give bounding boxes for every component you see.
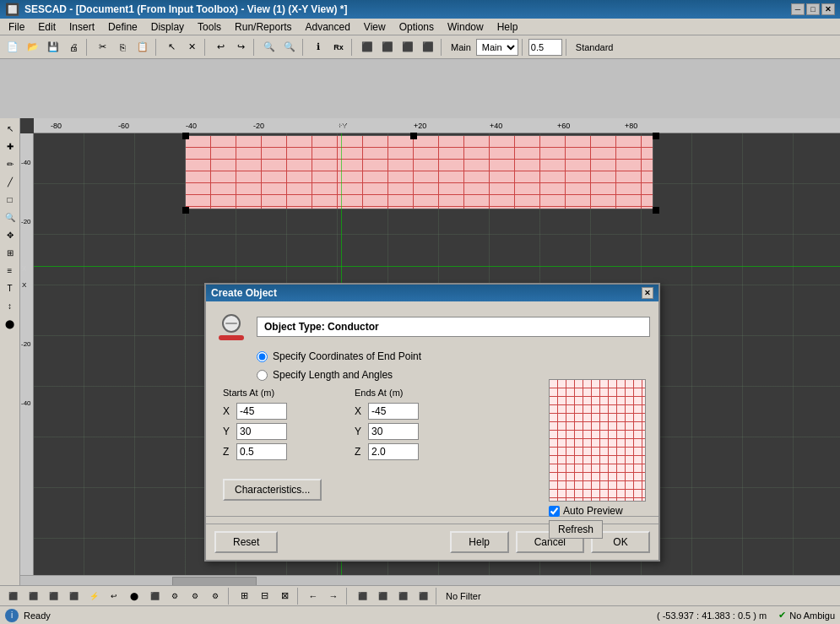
left-tb-line[interactable]: ╱ [2,173,19,190]
tb-icon2[interactable]: ⬛ [378,38,397,57]
bt-icon1[interactable]: ⬛ [353,587,371,605]
radio-coordinates[interactable] [257,351,268,362]
tb-icon3[interactable]: ⬛ [398,38,417,57]
bt-grid1[interactable]: ⊞ [235,587,253,605]
tb-new[interactable]: 📄 [3,38,22,57]
tb-icon4[interactable]: ⬛ [419,38,437,57]
menu-window[interactable]: Window [442,20,489,34]
menu-define[interactable]: Define [103,20,143,34]
tb-zoom-in[interactable]: 🔍 [260,38,279,57]
left-tb-pencil[interactable]: ✏ [2,155,19,172]
handle-br[interactable] [653,207,659,214]
menu-edit[interactable]: Edit [33,20,61,34]
left-tb-node[interactable]: ⬤ [2,315,19,332]
tb-rx[interactable]: Rx [329,38,348,57]
x-end-input[interactable] [368,403,419,420]
left-tb-zoom[interactable]: 🔍 [2,209,19,225]
ends-at-title: Ends At (m) [355,388,419,398]
left-tb-layers[interactable]: ≡ [2,262,19,279]
z-end-input[interactable] [368,443,419,460]
value-input[interactable] [528,39,562,56]
tb-redo[interactable]: ↪ [231,38,250,57]
tb-undo[interactable]: ↩ [211,38,230,57]
maximize-button[interactable]: □ [806,3,820,15]
bt-sep1 [228,588,231,605]
menu-display[interactable]: Display [146,20,189,34]
left-tb-grid[interactable]: ⊞ [2,244,19,261]
x-start-input[interactable] [236,403,287,420]
menu-insert[interactable]: Insert [64,20,100,34]
handle-tl[interactable] [182,133,189,139]
y-end-input[interactable] [368,423,419,440]
tb-icon1[interactable]: ⬛ [358,38,377,57]
radio-length-label: Specify Length and Angles [273,369,393,381]
left-tb-cross[interactable]: ✚ [2,138,19,155]
tb-print[interactable]: 🖨 [64,38,83,57]
help-button[interactable]: Help [450,531,509,553]
tb-delete[interactable]: ✕ [182,38,201,57]
left-tb-pan[interactable]: ✥ [2,226,19,243]
tb-copy[interactable]: ⎘ [113,38,132,57]
menu-file[interactable]: File [3,20,30,34]
handle-tr[interactable] [653,133,659,139]
left-tb-dim[interactable]: ↕ [2,297,19,314]
left-tb-arrow[interactable]: ↖ [2,120,19,137]
left-tb-text[interactable]: T [2,279,19,296]
auto-preview-checkbox[interactable] [549,506,560,517]
bt-left[interactable]: ← [304,587,322,605]
radio-length[interactable] [257,370,268,381]
tb-save[interactable]: 💾 [44,38,62,57]
bt-icon3[interactable]: ⬛ [393,587,412,605]
bt-btn10[interactable]: ⚙ [186,587,204,605]
bt-icon4[interactable]: ⬛ [414,587,432,605]
characteristics-button[interactable]: Characteristics... [223,479,322,501]
bt-btn11[interactable]: ⚙ [206,587,225,605]
ruler-left-mark-2: -20 [21,218,31,225]
bt-icon2[interactable]: ⬛ [373,587,392,605]
y-end-label: Y [355,426,365,437]
tb-paste[interactable]: 📋 [133,38,152,57]
menu-runreports[interactable]: Run/Reports [230,20,296,34]
menu-tools[interactable]: Tools [192,20,226,34]
bt-btn7[interactable]: ⬤ [125,587,144,605]
menu-options[interactable]: Options [394,20,439,34]
titlebar-controls[interactable]: ─ □ ✕ [791,3,835,15]
handle-tm[interactable] [410,133,417,139]
titlebar-title: SESCAD - [Document1 (From Input Toolbox)… [24,3,347,15]
menu-view[interactable]: View [359,20,391,34]
reset-button[interactable]: Reset [214,531,278,553]
bt-btn8[interactable]: ⬛ [145,587,164,605]
info-icon: i [5,609,19,622]
left-tb-box[interactable]: □ [2,191,19,208]
tb-zoom-out[interactable]: 🔍 [280,38,299,57]
bt-btn1[interactable]: ⬛ [3,587,22,605]
dialog-close-button[interactable]: ✕ [642,287,653,299]
tb-open[interactable]: 📂 [24,38,42,57]
y-start-input[interactable] [236,423,287,440]
bt-grid2[interactable]: ⊟ [255,587,274,605]
bt-right[interactable]: → [324,587,343,605]
main-dropdown[interactable]: Main [476,39,518,56]
x-start-row: X [223,403,287,420]
tb-select[interactable]: ↖ [162,38,181,57]
bt-btn9[interactable]: ⚙ [165,587,184,605]
bt-btn4[interactable]: ⬛ [64,587,83,605]
menu-help[interactable]: Help [492,20,523,34]
ruler-left-mark-x: X [22,281,26,289]
refresh-button[interactable]: Refresh [549,520,603,539]
bt-sep4 [436,588,439,605]
tb-info[interactable]: ℹ [309,38,328,57]
z-start-input[interactable] [236,443,287,460]
bt-btn6[interactable]: ↩ [105,587,123,605]
bt-btn5[interactable]: ⚡ [84,587,103,605]
statusbar: i Ready ( -53.937 : 41.383 : 0.5 ) m ✔ N… [0,605,840,624]
handle-bl[interactable] [182,207,189,214]
menu-advanced[interactable]: Advanced [300,20,355,34]
bt-btn2[interactable]: ⬛ [24,587,42,605]
conductor-object[interactable] [185,135,653,209]
tb-cut[interactable]: ✂ [93,38,111,57]
bt-grid3[interactable]: ⊠ [275,587,294,605]
minimize-button[interactable]: ─ [791,3,805,15]
close-button[interactable]: ✕ [821,3,835,15]
bt-btn3[interactable]: ⬛ [44,587,62,605]
